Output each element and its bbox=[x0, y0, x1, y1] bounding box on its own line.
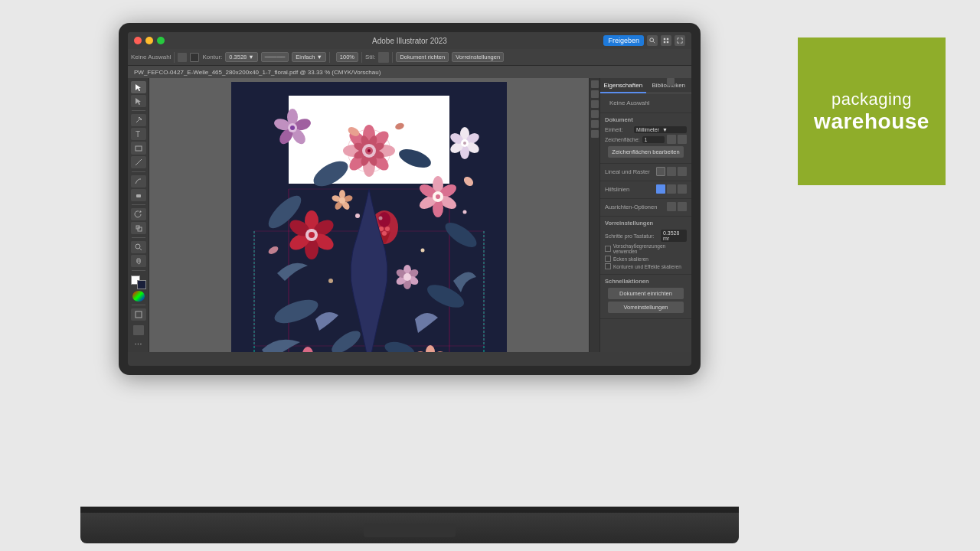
laptop-base bbox=[80, 513, 739, 543]
schnellaktionen-title: Schnellaktionen bbox=[605, 278, 687, 285]
dokument-richten-btn[interactable]: Dokument richten bbox=[396, 52, 449, 62]
zf-ctrl-2[interactable] bbox=[678, 135, 687, 144]
svg-point-72 bbox=[385, 227, 390, 231]
panel-icon-3[interactable] bbox=[591, 100, 599, 108]
more-tools-btn[interactable]: ··· bbox=[134, 338, 142, 349]
dokument-title: Dokument bbox=[605, 116, 687, 123]
schritte-label: Schritte pro Tastatur: bbox=[605, 233, 658, 239]
color-swatches[interactable] bbox=[131, 276, 146, 289]
stil-color[interactable] bbox=[378, 52, 389, 63]
zeichenflaeche-value[interactable]: 1 bbox=[642, 136, 665, 143]
vorreinstellungen-toolbar-btn[interactable]: Vorreinstellungen bbox=[452, 52, 504, 62]
svg-point-121 bbox=[379, 217, 383, 220]
hilfslinien-icon-1[interactable] bbox=[656, 184, 665, 194]
artboard-container bbox=[231, 82, 507, 352]
hilfslinien-icon-2[interactable] bbox=[667, 184, 676, 194]
panel-icon-1[interactable] bbox=[591, 80, 599, 88]
shape-tool[interactable] bbox=[131, 142, 146, 154]
svg-point-68 bbox=[290, 126, 295, 130]
collapse-btn[interactable] bbox=[667, 78, 675, 86]
konturen-checkbox[interactable] bbox=[605, 263, 611, 269]
ausrichten-icon-1[interactable] bbox=[667, 202, 676, 211]
svg-point-124 bbox=[463, 210, 467, 214]
hilfslinien-row: Hilfslinien bbox=[605, 184, 687, 194]
lineal-icon-2[interactable] bbox=[667, 167, 676, 176]
expand-icon[interactable] bbox=[675, 35, 685, 46]
keine-auswahl-text: Keine Auswahl bbox=[605, 96, 687, 109]
panel-icon-4[interactable] bbox=[591, 110, 599, 118]
titlebar: Adobe Illustrator 2023 Freigeben bbox=[128, 32, 691, 49]
toolbar-divider-1 bbox=[174, 52, 175, 63]
lineal-icons bbox=[656, 167, 687, 176]
layout-icon[interactable] bbox=[661, 35, 671, 46]
vorreinstellungen-section: Vorreinstellungen Schritte pro Tastatur:… bbox=[600, 217, 691, 275]
keine-auswahl-label: Keine Auswahl bbox=[131, 54, 171, 60]
panel-icon-2[interactable] bbox=[591, 90, 599, 98]
tool-separator-6 bbox=[132, 305, 145, 305]
svg-rect-11 bbox=[136, 194, 141, 197]
dokument-einrichten-btn[interactable]: Dokument einrichten bbox=[608, 288, 684, 299]
pencil-tool[interactable] bbox=[131, 175, 146, 187]
stil-label: Stil: bbox=[365, 54, 375, 60]
kontur-value[interactable]: 0.3528 ▼ bbox=[225, 52, 257, 62]
direct-select-tool[interactable] bbox=[131, 95, 146, 107]
search-icon[interactable] bbox=[647, 35, 658, 46]
svg-point-0 bbox=[650, 38, 654, 42]
einheit-dropdown-arrow: ▼ bbox=[662, 127, 668, 132]
extra-tool[interactable] bbox=[133, 325, 144, 335]
konturen-label: Konturen und Effekte skalieren bbox=[613, 264, 681, 269]
svg-rect-9 bbox=[136, 146, 142, 151]
ecken-checkbox[interactable] bbox=[605, 256, 611, 262]
zoom-tool[interactable] bbox=[131, 241, 146, 253]
ausrichten-icon-2[interactable] bbox=[678, 202, 687, 211]
close-dot[interactable] bbox=[134, 37, 142, 44]
toolbar-divider-4 bbox=[392, 52, 393, 63]
fill-color-swatch[interactable] bbox=[190, 53, 199, 62]
text-tool[interactable]: T bbox=[131, 128, 146, 140]
pen-tool[interactable] bbox=[131, 114, 146, 126]
stroke-color-swatch[interactable] bbox=[178, 53, 187, 62]
tab-eigenschaften[interactable]: Eigenschaften bbox=[600, 78, 646, 93]
panel-icon-6[interactable] bbox=[591, 130, 599, 138]
file-tab-name[interactable]: PW_FEFCO-0427_E-Welle_465_280x200x40_1-7… bbox=[134, 69, 381, 76]
lineal-icon-1[interactable] bbox=[656, 167, 665, 176]
logo-text-packaging: packaging bbox=[831, 90, 912, 109]
zeichenflaeche-row: Zeichenfläche: 1 bbox=[605, 135, 687, 144]
deckraft-value[interactable]: 100% bbox=[336, 52, 358, 62]
einfach-select[interactable]: Einfach ▼ bbox=[292, 52, 326, 62]
lineal-icon-3[interactable] bbox=[678, 167, 687, 176]
panel-icon-5[interactable] bbox=[591, 120, 599, 128]
hilfslinien-label: Hilfslinien bbox=[605, 186, 654, 193]
laptop-container: Adobe Illustrator 2023 Freigeben Kein bbox=[119, 23, 777, 543]
svg-rect-3 bbox=[667, 38, 668, 40]
select-tool[interactable] bbox=[131, 81, 146, 93]
schritte-value[interactable]: 0.3528 mr bbox=[661, 230, 687, 242]
maximize-dot[interactable] bbox=[157, 37, 165, 44]
screen-mode-tool[interactable] bbox=[131, 308, 146, 321]
freigeben-button[interactable]: Freigeben bbox=[603, 35, 644, 46]
scale-tool[interactable] bbox=[131, 222, 146, 234]
schritte-row: Schritte pro Tastatur: 0.3528 mr bbox=[605, 230, 687, 242]
minimize-dot[interactable] bbox=[145, 37, 153, 44]
vorschau-checkbox[interactable] bbox=[605, 246, 611, 252]
einheit-value[interactable]: Millimeter ▼ bbox=[634, 126, 687, 133]
line-style-select[interactable]: ───── bbox=[261, 52, 289, 62]
hilfslinien-icon-3[interactable] bbox=[678, 184, 687, 194]
keine-auswahl-section: Keine Auswahl bbox=[600, 93, 691, 113]
zeichenflaechen-bearbeiten-btn[interactable]: Zeichenflächen bearbeiten bbox=[608, 146, 684, 158]
vorreinstellungen-panel-btn[interactable]: Vorreinstellungen bbox=[608, 302, 684, 313]
zf-ctrl-1[interactable] bbox=[667, 135, 676, 144]
gradient-tool[interactable] bbox=[132, 291, 145, 302]
rotate-tool[interactable] bbox=[131, 208, 146, 220]
trackpad[interactable] bbox=[364, 523, 456, 537]
tools-panel: T bbox=[128, 78, 149, 352]
window-controls bbox=[134, 37, 165, 44]
svg-line-16 bbox=[139, 249, 142, 251]
file-tab: PW_FEFCO-0427_E-Welle_465_280x200x40_1-7… bbox=[128, 66, 691, 78]
laptop-screen: Adobe Illustrator 2023 Freigeben Kein bbox=[128, 32, 691, 366]
hand-tool[interactable] bbox=[131, 255, 146, 267]
ausrichten-label: Ausrichten-Optionen bbox=[605, 204, 665, 210]
eraser-tool[interactable] bbox=[131, 189, 146, 201]
titlebar-actions: Freigeben bbox=[603, 35, 685, 46]
line-tool[interactable] bbox=[131, 156, 146, 168]
